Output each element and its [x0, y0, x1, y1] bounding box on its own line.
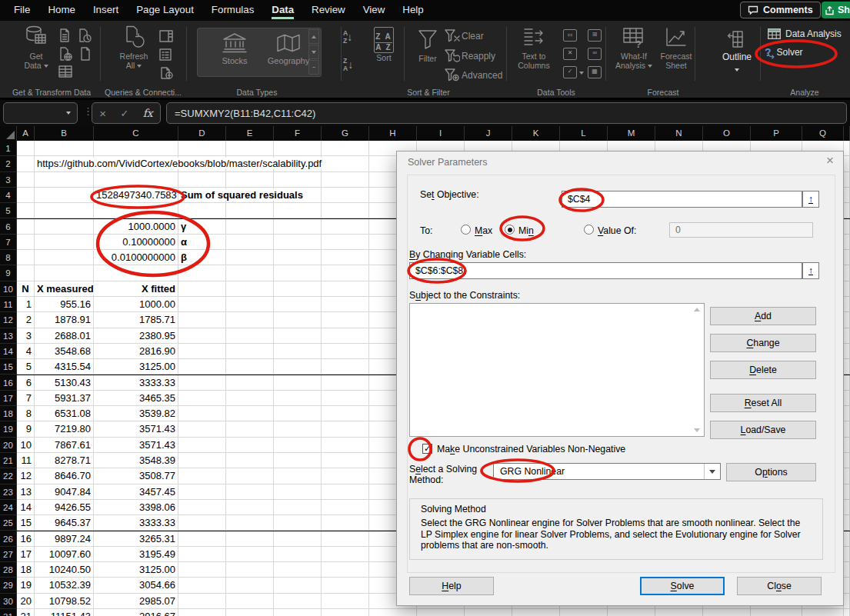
cell-D10[interactable]	[178, 281, 226, 297]
cell-C22[interactable]: 3508.77	[94, 468, 178, 484]
cell-C1[interactable]	[94, 141, 178, 156]
non-negative-label[interactable]: Make Unconstrained Variables Non-Negativ…	[437, 444, 625, 455]
menu-tab-review[interactable]: Review	[312, 0, 345, 15]
insert-function-icon[interactable]: fx	[143, 107, 153, 119]
row-header-29[interactable]: 29	[0, 578, 17, 593]
row-header-13[interactable]: 13	[0, 328, 17, 344]
cell-G27[interactable]	[322, 547, 369, 562]
from-web-icon[interactable]	[58, 47, 72, 61]
cell-B9[interactable]	[35, 265, 94, 281]
row-header-12[interactable]: 12	[0, 312, 17, 328]
menu-tab-help[interactable]: Help	[402, 0, 423, 15]
cell-R28[interactable]	[844, 562, 850, 578]
column-header-G[interactable]: G	[322, 126, 369, 141]
sort-az-button[interactable]: AZ↓	[343, 30, 352, 44]
cell-F28[interactable]	[274, 562, 322, 578]
cell-D13[interactable]	[178, 328, 226, 344]
cell-G18[interactable]	[322, 406, 369, 421]
cell-B19[interactable]: 7219.80	[35, 421, 94, 437]
cell-F14[interactable]	[274, 344, 322, 359]
cell-C12[interactable]: 1785.71	[94, 312, 178, 328]
column-header-O[interactable]: O	[703, 126, 751, 141]
cell-E15[interactable]	[226, 359, 274, 375]
cell-C29[interactable]: 3054.66	[94, 578, 178, 593]
row-header-1[interactable]: 1	[0, 141, 17, 156]
cell-C23[interactable]: 3457.45	[94, 484, 178, 500]
stocks-button[interactable]: Stocks	[212, 33, 258, 65]
cell-R26[interactable]	[844, 531, 850, 547]
row-header-19[interactable]: 19	[0, 421, 17, 437]
cell-F7[interactable]	[274, 235, 322, 250]
column-header-N[interactable]: N	[655, 126, 703, 141]
cell-C10[interactable]: X fitted	[94, 281, 178, 297]
cell-C31[interactable]: 2916.67	[94, 609, 178, 616]
cell-B31[interactable]: 11151.43	[35, 609, 94, 616]
cell-E31[interactable]	[226, 609, 274, 616]
cell-F30[interactable]	[274, 594, 322, 609]
cell-B3[interactable]	[35, 172, 94, 188]
cell-A2[interactable]	[17, 156, 35, 171]
cell-F17[interactable]	[274, 391, 322, 406]
cell-R29[interactable]	[844, 578, 850, 593]
row-header-22[interactable]: 22	[0, 468, 17, 484]
cell-F5[interactable]	[274, 203, 322, 218]
cell-R5[interactable]	[844, 203, 850, 218]
row-header-18[interactable]: 18	[0, 406, 17, 421]
cell-C18[interactable]: 3539.82	[94, 406, 178, 421]
cell-D29[interactable]	[178, 578, 226, 593]
properties-icon[interactable]	[159, 48, 172, 61]
value-of-input[interactable]: 0	[669, 222, 813, 238]
cell-A14[interactable]: 4	[17, 344, 35, 359]
cell-B28[interactable]: 10240.50	[35, 562, 94, 578]
row-header-27[interactable]: 27	[0, 547, 17, 562]
cell-D27[interactable]	[178, 547, 226, 562]
cell-D31[interactable]	[178, 609, 226, 616]
row-header-15[interactable]: 15	[0, 359, 17, 375]
cell-R16[interactable]	[844, 375, 850, 391]
cell-E3[interactable]	[226, 172, 274, 188]
cell-A28[interactable]: 18	[17, 562, 35, 578]
clear-filter-button[interactable]: Clear	[462, 31, 484, 42]
cell-G22[interactable]	[322, 468, 369, 484]
menu-tab-file[interactable]: File	[14, 0, 30, 15]
cell-A25[interactable]: 15	[17, 515, 35, 531]
cell-C15[interactable]: 3125.00	[94, 359, 178, 375]
flash-fill-icon[interactable]: ⚏	[563, 29, 577, 42]
cell-E6[interactable]	[226, 219, 274, 235]
cell-G1[interactable]	[322, 141, 369, 156]
cell-E27[interactable]	[226, 547, 274, 562]
menu-tab-home[interactable]: Home	[48, 0, 75, 15]
text-to-columns-button[interactable]: Text to Columns	[512, 27, 555, 70]
cell-R15[interactable]	[844, 359, 850, 375]
row-header-17[interactable]: 17	[0, 391, 17, 406]
cell-E23[interactable]	[226, 484, 274, 500]
load-save-button[interactable]: Load/Save	[710, 421, 816, 439]
cell-A11[interactable]: 1	[17, 297, 35, 312]
outline-button[interactable]: Outline	[717, 30, 757, 76]
cell-A27[interactable]: 17	[17, 547, 35, 562]
cell-B13[interactable]: 2688.01	[35, 328, 94, 344]
cell-E22[interactable]	[226, 468, 274, 484]
file-icon[interactable]	[79, 47, 92, 61]
cell-E24[interactable]	[226, 500, 274, 515]
cell-E5[interactable]	[226, 203, 274, 218]
cell-D19[interactable]	[178, 421, 226, 437]
refresh-all-button[interactable]: Refresh All	[112, 25, 155, 70]
cell-B15[interactable]: 4315.54	[35, 359, 94, 375]
cell-C30[interactable]: 2985.07	[94, 594, 178, 609]
cell-A23[interactable]: 13	[17, 484, 35, 500]
cell-D24[interactable]	[178, 500, 226, 515]
column-header-K[interactable]: K	[512, 126, 560, 141]
variable-cells-input[interactable]: $C$6:$C$8	[409, 262, 802, 279]
cell-G6[interactable]	[322, 219, 369, 235]
cell-A29[interactable]: 19	[17, 578, 35, 593]
row-header-4[interactable]: 4	[0, 188, 17, 203]
cell-F11[interactable]	[274, 297, 322, 312]
cell-A16[interactable]: 6	[17, 375, 35, 391]
cell-G25[interactable]	[322, 515, 369, 531]
cell-R22[interactable]	[844, 468, 850, 484]
cell-A9[interactable]	[17, 265, 35, 281]
cell-F16[interactable]	[274, 375, 322, 391]
row-header-25[interactable]: 25	[0, 515, 17, 531]
cell-E20[interactable]	[226, 438, 274, 453]
